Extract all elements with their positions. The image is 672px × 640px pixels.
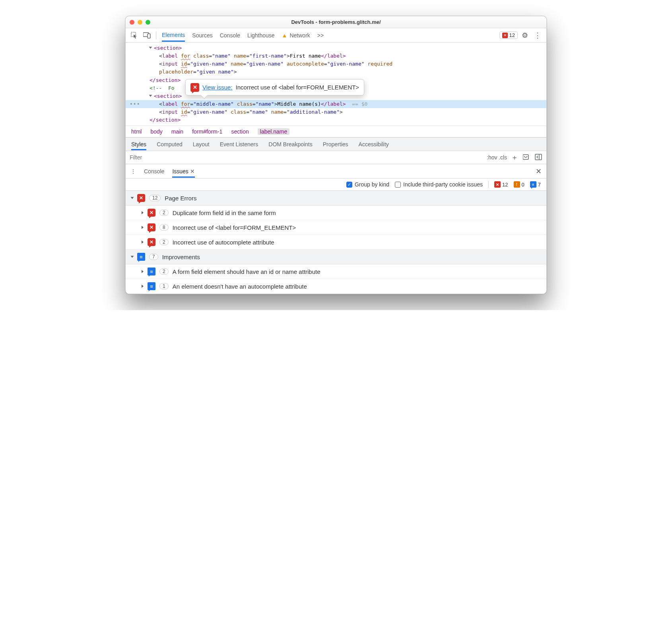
- warn-count-chip[interactable]: !0: [514, 181, 524, 188]
- issues-list: ✕ 12 Page Errors ✕ 2 Duplicate form fiel…: [126, 191, 546, 294]
- group-by-kind-checkbox[interactable]: ✓Group by kind: [346, 181, 389, 188]
- tab-network[interactable]: Network: [289, 30, 310, 41]
- category-label: Page Errors: [165, 195, 196, 202]
- sidebar-toggle-icon[interactable]: [534, 154, 542, 161]
- attr-id[interactable]: id: [181, 109, 187, 115]
- info-count-chip[interactable]: ≡7: [530, 181, 541, 188]
- dom-tag[interactable]: label: [162, 101, 178, 107]
- attr-for[interactable]: for: [181, 101, 190, 107]
- crumb[interactable]: section: [231, 128, 249, 135]
- devtools-window: DevTools - form-problems.glitch.me/ Elem…: [125, 16, 547, 294]
- network-warning-icon: ▲: [282, 32, 287, 39]
- issue-row[interactable]: ✕ 2 Incorrect use of autocomplete attrib…: [126, 235, 546, 250]
- styles-filter-bar: :hov .cls ＋: [126, 151, 546, 164]
- issue-row[interactable]: ≡ 2 A form field element should have an …: [126, 264, 546, 279]
- subtab-computed[interactable]: Computed: [157, 141, 183, 147]
- issue-text: A form field element should have an id o…: [173, 268, 320, 275]
- zoom-button[interactable]: [146, 20, 150, 25]
- panel-tabs: Elements Sources Console Lighthouse ▲ Ne…: [159, 29, 498, 41]
- error-count-chip[interactable]: ✕12: [494, 181, 508, 188]
- dom-comment: <!-- Fo: [150, 85, 175, 91]
- tab-sources[interactable]: Sources: [192, 30, 212, 41]
- chevron-right-icon: [142, 211, 144, 214]
- inspect-icon[interactable]: [129, 30, 140, 41]
- crumb[interactable]: form#form-1: [192, 128, 222, 135]
- drawer-more-icon[interactable]: ⋮: [130, 168, 136, 175]
- crumb[interactable]: body: [150, 128, 162, 135]
- elements-dom-tree[interactable]: <section> <label for class="name" name="…: [126, 43, 546, 126]
- subtab-styles[interactable]: Styles: [131, 138, 146, 150]
- chevron-right-icon: [142, 270, 144, 273]
- hov-toggle[interactable]: :hov: [487, 154, 495, 161]
- minimize-button[interactable]: [138, 20, 142, 25]
- chevron-right-icon: [142, 226, 144, 229]
- drawer-tab-issues[interactable]: Issues ✕: [172, 165, 194, 178]
- svg-rect-3: [523, 155, 528, 159]
- subtab-dom-breakpoints[interactable]: DOM Breakpoints: [268, 141, 312, 147]
- svg-rect-4: [535, 154, 542, 160]
- crumb[interactable]: main: [171, 128, 183, 135]
- subtab-event-listeners[interactable]: Event Listeners: [220, 141, 258, 147]
- selected-dom-row[interactable]: ••• <label for="middle-name" class="name…: [126, 100, 547, 108]
- issue-text: Duplicate form field id in the same form: [173, 209, 276, 216]
- category-page-errors[interactable]: ✕ 12 Page Errors: [126, 191, 546, 206]
- computed-toggle-icon[interactable]: [522, 154, 530, 161]
- error-icon: ✕: [148, 238, 155, 246]
- new-style-icon[interactable]: ＋: [511, 153, 519, 162]
- attr-id[interactable]: id: [181, 61, 187, 67]
- tab-lighthouse[interactable]: Lighthouse: [247, 30, 275, 41]
- error-count: 12: [509, 32, 515, 38]
- issue-count: 2: [159, 268, 169, 275]
- subtab-properties[interactable]: Properties: [323, 141, 348, 147]
- crumb-selected[interactable]: label.name: [258, 128, 290, 135]
- issue-row[interactable]: ✕ 2 Duplicate form field id in the same …: [126, 206, 546, 220]
- dom-tag[interactable]: </section>: [150, 77, 181, 83]
- dom-tag[interactable]: </section>: [150, 117, 181, 123]
- error-icon: ✕: [502, 33, 508, 38]
- dom-tag[interactable]: <section>: [154, 93, 182, 99]
- issue-count: 2: [159, 239, 169, 245]
- tab-console[interactable]: Console: [220, 30, 240, 41]
- chevron-right-icon: [142, 240, 144, 244]
- dom-tag[interactable]: <section>: [154, 45, 182, 51]
- subtab-accessibility[interactable]: Accessibility: [359, 141, 389, 147]
- crumb[interactable]: html: [131, 128, 142, 135]
- chevron-right-icon: [142, 285, 144, 288]
- category-improvements[interactable]: ≡ 7 Improvements: [126, 250, 546, 264]
- cls-toggle[interactable]: .cls: [499, 154, 507, 161]
- more-icon[interactable]: ⋮: [532, 30, 543, 41]
- tab-elements[interactable]: Elements: [162, 29, 185, 42]
- device-toggle-icon[interactable]: [142, 30, 153, 41]
- third-party-checkbox[interactable]: Include third-party cookie issues: [395, 181, 483, 188]
- dom-tag[interactable]: input: [162, 109, 178, 115]
- drawer-close-icon[interactable]: ✕: [536, 167, 542, 176]
- tab-overflow[interactable]: >>: [317, 30, 324, 41]
- filter-input[interactable]: [130, 154, 483, 161]
- close-button[interactable]: [130, 20, 134, 25]
- dom-tag[interactable]: input: [162, 61, 178, 67]
- category-label: Improvements: [162, 254, 200, 260]
- drawer-tab-console[interactable]: Console: [144, 168, 164, 175]
- view-issue-link[interactable]: View issue:: [202, 83, 233, 92]
- error-count-badge[interactable]: ✕ 12: [499, 31, 518, 39]
- row-handle-icon[interactable]: •••: [130, 100, 140, 108]
- issue-text: Incorrect use of <label for=FORM_ELEMENT…: [173, 224, 296, 231]
- chevron-down-icon: [131, 197, 134, 199]
- issue-row[interactable]: ≡ 1 An element doesn't have an autocompl…: [126, 279, 546, 294]
- info-icon: ≡: [148, 268, 155, 275]
- drawer-tabs: ⋮ Console Issues ✕ ✕: [126, 164, 546, 178]
- breadcrumb: html body main form#form-1 section label…: [126, 126, 546, 138]
- error-icon: ✕: [148, 223, 155, 231]
- settings-icon[interactable]: ⚙: [519, 30, 530, 41]
- dom-tag[interactable]: label: [162, 53, 178, 59]
- tooltip-text: Incorrect use of <label for=FORM_ELEMENT…: [236, 83, 359, 92]
- issue-row[interactable]: ✕ 8 Incorrect use of <label for=FORM_ELE…: [126, 220, 546, 235]
- error-icon: ✕: [190, 83, 199, 92]
- main-toolbar: Elements Sources Console Lighthouse ▲ Ne…: [126, 28, 546, 43]
- issue-count: 2: [159, 209, 169, 216]
- attr-for[interactable]: for: [181, 53, 190, 59]
- issues-toolbar: ✓Group by kind Include third-party cooki…: [126, 178, 546, 191]
- window-controls: [130, 20, 150, 25]
- subtab-layout[interactable]: Layout: [193, 141, 210, 147]
- error-icon: ✕: [137, 194, 145, 202]
